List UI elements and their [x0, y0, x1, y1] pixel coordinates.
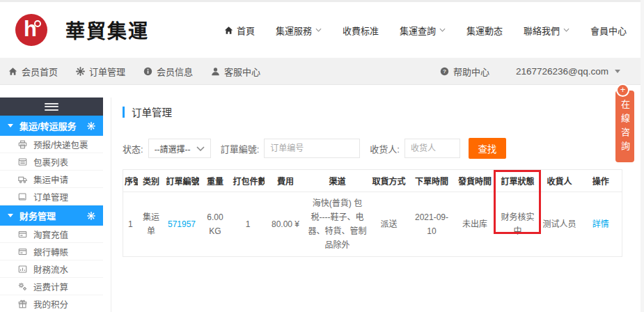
col-header-pieces: 打包件數: [232, 170, 265, 192]
sidebar-item-label: 预报/快递包裹: [33, 138, 88, 151]
order-no-label: 訂單編號:: [221, 142, 260, 155]
home-icon: [8, 67, 17, 76]
account-menu[interactable]: 2167726236@qq.com: [516, 66, 620, 77]
sidebar-item-forecast[interactable]: 预报/快递包裹: [0, 136, 103, 153]
search-button[interactable]: 查找: [469, 138, 506, 159]
sidebar-group-finance[interactable]: 财务管理: [0, 205, 103, 226]
scrollbar[interactable]: [641, 0, 644, 312]
sidebar: 集运/转运服务 预报/快递包裹 包裹列表 集运申请 订单管理 财务管: [0, 98, 103, 312]
table-row: 1 集运单 571957 6.00 KG 1 80.00 ¥ 海快(普貨) 包税…: [123, 192, 622, 257]
col-header-order-no: 訂單編號: [165, 170, 199, 192]
brand-title: 華貿集運: [65, 16, 149, 44]
cell-seq: 1: [123, 192, 138, 257]
list-icon: [18, 157, 27, 166]
nav-news-label: 集運動态: [466, 24, 503, 37]
sidebar-group-label: 财务管理: [19, 209, 87, 222]
card-icon: [18, 230, 27, 239]
memberbar-help-label: 帮助中心: [453, 65, 489, 78]
nav-pricing[interactable]: 收費标准: [332, 24, 389, 37]
cell-status: 财务核实中: [496, 192, 540, 257]
status-select-value: --請選擇--: [155, 143, 191, 155]
sidebar-item-freight-calc[interactable]: 运费计算: [0, 278, 103, 295]
col-header-status: 訂單狀態: [496, 170, 540, 192]
order-no-link[interactable]: 571957: [168, 219, 196, 229]
sidebar-group-label: 集运/转运服务: [19, 119, 87, 132]
brand-logo[interactable]: h: [15, 14, 47, 46]
chevron-down-icon: [563, 28, 570, 32]
memberbar-profile[interactable]: 会员信息: [143, 65, 193, 78]
order-no-input[interactable]: [264, 139, 360, 158]
col-header-action: 操作: [580, 170, 622, 192]
main-area: 集运/转运服务 预报/快递包裹 包裹列表 集运申请 订单管理 财务管: [0, 98, 644, 312]
book-icon: [18, 192, 27, 201]
sidebar-item-taobao-recharge[interactable]: 淘寳充值: [0, 226, 103, 243]
sidebar-item-bank-transfer[interactable]: 銀行轉賬: [0, 243, 103, 260]
sidebar-collapse-bar[interactable]: [0, 98, 103, 116]
detail-link[interactable]: 詳情: [592, 219, 609, 229]
cell-pickup: 派送: [368, 192, 410, 257]
col-header-order-time: 下單時間: [410, 170, 454, 192]
sidebar-item-finance-flow[interactable]: 財務流水: [0, 260, 103, 278]
nav-service-label: 集運服務: [276, 24, 312, 37]
nav-home[interactable]: 首頁: [214, 24, 265, 37]
memberbar-support[interactable]: 客服中心: [211, 65, 260, 78]
content-area: 订单管理 状态: --請選擇-- 訂單編號: 收货人: 查找: [111, 98, 644, 312]
nav-service[interactable]: 集運服務: [265, 24, 332, 37]
menu-icon: [45, 101, 58, 112]
gears-icon: [18, 282, 27, 291]
consignee-input[interactable]: [405, 139, 460, 158]
nav-news[interactable]: 集運動态: [456, 24, 513, 37]
sidebar-group-consolidation[interactable]: 集运/转运服务: [0, 116, 103, 136]
nav-pricing-label: 收費标准: [343, 24, 379, 37]
online-consult-tab[interactable]: 在線咨詢: [615, 91, 634, 162]
col-header-fee: 費用: [265, 170, 307, 192]
cell-type: 集运单: [138, 192, 165, 257]
sidebar-item-label: 我的积分: [33, 297, 68, 311]
sidebar-item-label: 订单管理: [33, 190, 68, 203]
sidebar-item-apply[interactable]: 集运申请: [0, 171, 103, 188]
sidebar-item-my-points[interactable]: 我的积分: [0, 295, 103, 312]
caret-down-icon: [615, 70, 620, 76]
chevron-down-icon: [196, 146, 205, 151]
sidebar-item-label: 財務流水: [33, 263, 68, 276]
col-header-weight: 重量: [199, 170, 232, 192]
gear-icon: [87, 212, 95, 220]
user-icon: [211, 67, 220, 76]
info-icon: [143, 67, 152, 76]
cell-weight: 6.00 KG: [199, 192, 232, 257]
title-accent-bar: [123, 107, 125, 118]
col-header-consignee: 收貨人: [540, 170, 580, 192]
search-toolbar: 状态: --請選擇-- 訂單編號: 收货人: 查找: [123, 138, 644, 159]
col-header-type: 类别: [138, 170, 165, 192]
gear-icon: [76, 67, 85, 76]
consignee-label: 收货人:: [370, 142, 400, 155]
card-icon: [18, 247, 27, 256]
chevron-down-icon: [439, 28, 446, 32]
cell-order-time: 2021-09-10: [410, 192, 454, 257]
screen: h 華貿集運 首頁 集運服務 收費标准 集運查詢 集運動态: [0, 0, 644, 312]
chevron-down-icon: [315, 28, 322, 32]
question-icon: ?: [440, 67, 449, 76]
sidebar-item-label: 包裹列表: [33, 155, 68, 169]
nav-contact-label: 聯絡我們: [524, 24, 560, 37]
col-header-pickup: 取貨方式: [368, 170, 410, 192]
col-header-channel: 渠道: [307, 170, 368, 192]
nav-tracking[interactable]: 集運查詢: [389, 24, 456, 37]
gear-icon: [87, 122, 95, 130]
truck-icon: [18, 175, 27, 184]
memberbar-orders[interactable]: 订单管理: [76, 65, 125, 78]
cell-ship-time: 未出库: [454, 192, 496, 257]
status-select[interactable]: --請選擇--: [148, 139, 211, 158]
memberbar-support-label: 客服中心: [224, 65, 260, 78]
memberbar-orders-label: 订单管理: [89, 65, 125, 78]
nav-member-center[interactable]: 會員中心: [580, 24, 637, 37]
memberbar-profile-label: 会员信息: [157, 65, 193, 78]
sidebar-item-packages[interactable]: 包裹列表: [0, 153, 103, 171]
plus-icon[interactable]: +: [616, 84, 629, 97]
memberbar-right: ? 帮助中心 2167726236@qq.com: [440, 65, 636, 78]
nav-contact[interactable]: 聯絡我們: [513, 24, 580, 37]
sidebar-item-orders[interactable]: 订单管理: [0, 188, 103, 205]
memberbar-help[interactable]: ? 帮助中心: [440, 65, 489, 78]
online-consult-label: 在線咨詢: [618, 91, 631, 162]
memberbar-home[interactable]: 会员首页: [8, 65, 58, 78]
